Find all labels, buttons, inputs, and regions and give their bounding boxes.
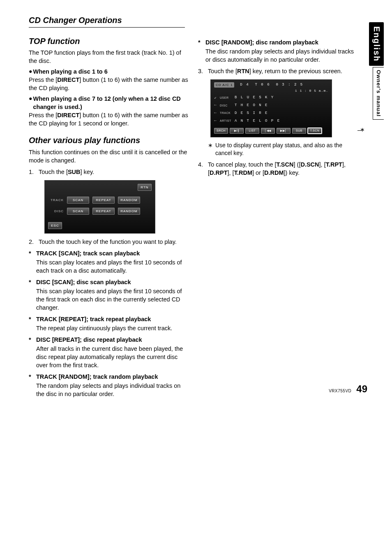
model-number: VRX755VD bbox=[329, 388, 351, 394]
subhead-disc-7-12: ● When playing a disc 7 to 12 (only when… bbox=[29, 95, 188, 111]
item-track-random: * TRACK [RANDOM]; track random playback … bbox=[29, 373, 188, 398]
tscn-key[interactable]: T.SCN bbox=[308, 128, 322, 134]
lang-tab-english: English bbox=[369, 22, 384, 66]
next-key[interactable]: ▶▶│ bbox=[277, 128, 291, 134]
item-head: DISC [RANDOM]; disc random playback bbox=[205, 38, 357, 46]
left-arrow-icon: ← bbox=[214, 102, 217, 108]
step-number: 4. bbox=[198, 160, 204, 177]
asterisk-icon: ∗ bbox=[208, 141, 213, 158]
item-disc-random: * DISC [RANDOM]; disc random playback Th… bbox=[198, 38, 357, 64]
other-functions-para: This function continues on the disc unti… bbox=[29, 148, 188, 164]
item-disc-scan: * DISC [SCAN]; disc scan playback This s… bbox=[29, 278, 188, 312]
user-value: B L U E S K Y bbox=[235, 95, 274, 100]
asterisk-icon: * bbox=[29, 373, 33, 398]
row-label-track: TRACK bbox=[48, 198, 64, 202]
asterisk-icon: * bbox=[29, 249, 33, 275]
prev-key[interactable]: │◀◀ bbox=[261, 128, 275, 134]
disc-scan-key[interactable]: SCAN bbox=[67, 208, 89, 215]
track-tag: TRACK bbox=[220, 111, 232, 115]
step-4: 4. To cancel play, touch the [T.SCN] ([D… bbox=[198, 160, 357, 177]
row-label-disc: DISC bbox=[48, 209, 64, 213]
step-number: 3. bbox=[198, 67, 204, 75]
asterisk-icon: * bbox=[29, 336, 33, 369]
track-number: T 0 6 bbox=[255, 82, 270, 87]
esc-key[interactable]: ESC bbox=[48, 222, 62, 229]
track-value: D E S I R E bbox=[235, 111, 268, 116]
subhead-disc-1-6: ● When playing a disc 1 to 6 bbox=[29, 67, 188, 76]
disc-7-12-para: Press the [DIRECT] button (1 to 6) with … bbox=[29, 111, 188, 127]
step-number: 2. bbox=[29, 238, 35, 246]
left-arrow-icon: ← bbox=[214, 110, 217, 116]
item-track-scan: * TRACK [SCAN]; track scan playback This… bbox=[29, 249, 188, 275]
footer: VRX755VD 49 bbox=[329, 382, 367, 396]
asterisk-icon: * bbox=[29, 315, 33, 332]
chapter-title: CD Changer Operations bbox=[29, 15, 185, 28]
disc-value: T H E O N E bbox=[235, 103, 268, 108]
item-desc: After all tracks in the current disc hav… bbox=[36, 345, 188, 369]
step-3: 3. Touch the [RTN] key, return to the pr… bbox=[198, 67, 357, 75]
item-head: DISC [SCAN]; disc scan playback bbox=[36, 278, 188, 286]
left-arrow-icon: ← bbox=[214, 118, 217, 124]
item-head: TRACK [REPEAT]; track repeat playback bbox=[36, 315, 188, 323]
subhead-text: When playing a disc 7 to 12 (only when a… bbox=[33, 95, 188, 111]
disc-tag: DISC bbox=[220, 104, 232, 108]
rtn-key[interactable]: RTN bbox=[138, 184, 152, 191]
right-column: * DISC [RANDOM]; disc random playback Th… bbox=[198, 35, 357, 398]
note-text: Use to display current play status, and … bbox=[215, 141, 357, 158]
play-screen-screenshot: CD A/C 1 D 4 T 0 6 0 3 : 2 5 1 1 : 0 5 a… bbox=[210, 79, 357, 137]
section-top-function: TOP function bbox=[29, 36, 188, 47]
user-tag: USER bbox=[220, 96, 232, 100]
side-tabs: English Owner's manual bbox=[369, 22, 384, 120]
asterisk-icon: * bbox=[198, 38, 202, 64]
item-head: TRACK [RANDOM]; track random playback bbox=[36, 373, 188, 381]
bullet-icon: ● bbox=[29, 95, 32, 111]
disc-random-key[interactable]: RANDOM bbox=[118, 208, 140, 215]
step-body: To cancel play, touch the [T.SCN] ([D.SC… bbox=[208, 160, 357, 177]
sub-menu-screenshot: RTN TRACK SCAN REPEAT RANDOM DISC SCAN R… bbox=[44, 180, 188, 234]
elapsed-time: 0 3 : 2 5 bbox=[276, 82, 304, 87]
step-body: Touch the [SUB] key. bbox=[39, 168, 188, 176]
srch-key[interactable]: SRCH bbox=[214, 128, 228, 134]
page-number: 49 bbox=[356, 382, 367, 396]
item-head: DISC [REPEAT]; disc repeat playback bbox=[36, 336, 188, 344]
step-body: Touch the touch key of the function you … bbox=[39, 238, 188, 246]
item-desc: The disc random play selects and plays i… bbox=[205, 47, 357, 64]
disc-number: D 4 bbox=[240, 82, 249, 87]
play-pause-key[interactable]: ▶/∥ bbox=[230, 128, 244, 134]
step-1: 1. Touch the [SUB] key. bbox=[29, 168, 188, 176]
callout-note: ∗ Use to display current play status, an… bbox=[208, 141, 357, 158]
owners-manual-tab: Owner's manual bbox=[373, 67, 384, 120]
item-desc: This scan play locates and plays the fir… bbox=[36, 287, 188, 312]
track-scan-key[interactable]: SCAN bbox=[67, 197, 89, 204]
asterisk-icon: * bbox=[29, 278, 33, 312]
step-body: Touch the [RTN] key, return to the previ… bbox=[208, 67, 357, 75]
item-desc: The random play selects and plays indivi… bbox=[36, 382, 188, 398]
bullet-icon: ● bbox=[29, 67, 32, 76]
item-track-repeat: * TRACK [REPEAT]; track repeat playback … bbox=[29, 315, 188, 332]
item-head: TRACK [SCAN]; track scan playback bbox=[36, 249, 188, 257]
step-number: 1. bbox=[29, 168, 35, 176]
disc-1-6-para: Press the [DIRECT] button (1 to 6) with … bbox=[29, 76, 188, 92]
artist-value: A N T E L O P E bbox=[235, 118, 280, 123]
item-desc: The repeat play cintinuously plays the c… bbox=[36, 324, 188, 332]
item-desc: This scan play locates and plays the fir… bbox=[36, 258, 188, 275]
step-2: 2. Touch the touch key of the function y… bbox=[29, 238, 188, 246]
left-arrow-icon: ↙ bbox=[214, 95, 217, 101]
item-disc-repeat: * DISC [REPEAT]; disc repeat playback Af… bbox=[29, 336, 188, 369]
disc-repeat-key[interactable]: REPEAT bbox=[92, 208, 115, 215]
source-badge: CD A/C 1 bbox=[214, 82, 234, 88]
track-random-key[interactable]: RANDOM bbox=[118, 197, 140, 204]
section-other-functions: Other various play functions bbox=[29, 135, 188, 146]
artist-tag: ARTIST bbox=[220, 119, 232, 123]
list-key[interactable]: LIST bbox=[245, 128, 259, 134]
sub-key[interactable]: SUB bbox=[292, 128, 306, 134]
top-function-para: The TOP function plays from the first tr… bbox=[29, 49, 188, 65]
callout-asterisk-icon: ∗ bbox=[360, 126, 365, 134]
clock-time: 1 1 : 0 5 a.m. bbox=[214, 88, 328, 93]
subhead-text: When playing a disc 1 to 6 bbox=[33, 67, 107, 76]
left-column: TOP function The TOP function plays from… bbox=[29, 35, 188, 398]
track-repeat-key[interactable]: REPEAT bbox=[92, 197, 115, 204]
